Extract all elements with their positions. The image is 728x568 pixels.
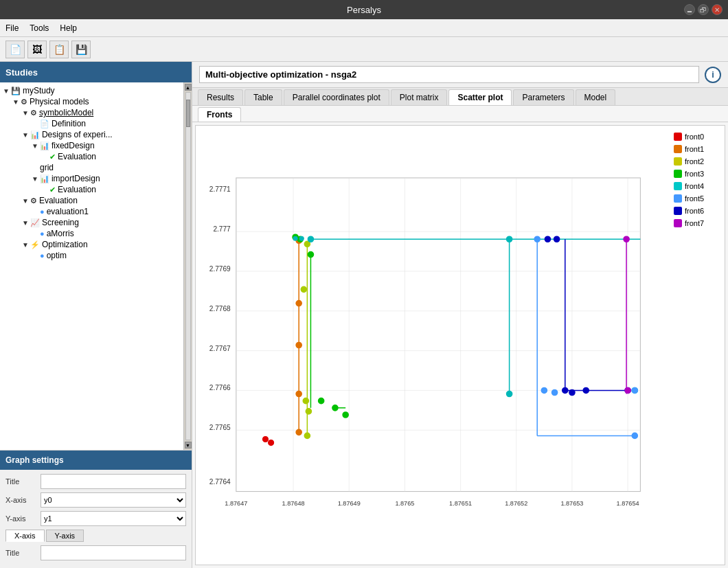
svg-text:1.87648: 1.87648 <box>282 500 305 507</box>
tree-icon-evaluation2: ✔ <box>49 185 56 194</box>
tree-item-symbolicModel[interactable]: ▼⚙symbolicModel <box>0 107 183 118</box>
svg-text:2.7765: 2.7765 <box>209 424 231 431</box>
legend-label-front3: front3 <box>685 170 704 178</box>
svg-point-60 <box>534 236 540 242</box>
expand-arrow-fixedDesign[interactable]: ▼ <box>32 142 38 150</box>
tree-item-fixedDesign[interactable]: ▼📊fixedDesign <box>0 140 183 151</box>
svg-text:2.7767: 2.7767 <box>209 345 231 352</box>
svg-text:1.87649: 1.87649 <box>338 500 361 507</box>
tree-item-myStudy[interactable]: ▼💾myStudy <box>0 85 183 96</box>
svg-text:2.7768: 2.7768 <box>209 305 231 313</box>
minimize-button[interactable]: 🗕 <box>684 4 695 15</box>
legend-item-front1: front1 <box>674 145 720 153</box>
legend-item-front3: front3 <box>674 170 720 178</box>
expand-arrow-optimization[interactable]: ▼ <box>22 241 29 249</box>
tree-item-evaluation2[interactable]: ✔Evaluation <box>0 184 183 195</box>
menu-tools[interactable]: Tools <box>30 23 49 33</box>
expand-arrow-evalSection[interactable]: ▼ <box>22 197 29 205</box>
tree-label-physicalModels: Physical models <box>30 97 89 106</box>
tab-table[interactable]: Table <box>244 89 282 105</box>
menu-file[interactable]: File <box>5 23 19 33</box>
xaxis-select[interactable]: y0 <box>41 492 186 508</box>
tab-model[interactable]: Model <box>576 89 616 105</box>
chart-container: 2.7771 2.777 2.7769 2.7768 2.7767 2.7766… <box>195 125 725 565</box>
maximize-button[interactable]: 🗗 <box>698 4 709 15</box>
toolbar-copy[interactable]: 📋 <box>49 41 69 58</box>
svg-point-48 <box>319 398 324 404</box>
tree-item-evalSection[interactable]: ▼⚙Evaluation <box>0 195 183 206</box>
tree-item-definition[interactable]: 📄Definition <box>0 118 183 129</box>
svg-point-69 <box>562 387 568 393</box>
tree-item-optim[interactable]: ●optim <box>0 250 183 261</box>
tree-icon-evaluation1: ● <box>40 207 45 216</box>
xaxis-tab[interactable]: X-axis <box>5 530 45 542</box>
chart-legend: front0front1front2front3front4front5fron… <box>670 126 725 565</box>
svg-point-75 <box>625 387 630 393</box>
scroll-track <box>185 92 191 440</box>
tab-parameters[interactable]: Parameters <box>513 89 573 105</box>
tab-plot-matrix[interactable]: Plot matrix <box>391 89 448 105</box>
tree-item-optimization[interactable]: ▼⚡Optimization <box>0 239 183 250</box>
close-button[interactable]: ✕ <box>712 4 723 15</box>
sidebar-scrollbar[interactable]: ▲ ▼ <box>183 82 192 450</box>
svg-point-34 <box>296 301 302 306</box>
svg-point-64 <box>632 433 637 438</box>
titlebar-controls: 🗕 🗗 ✕ <box>684 4 723 15</box>
expand-arrow-importDesign[interactable]: ▼ <box>32 175 38 183</box>
tree-icon-designsOfExperi: 📊 <box>30 130 40 139</box>
xaxis-label: X-axis <box>5 496 36 504</box>
toolbar-save[interactable]: 💾 <box>71 41 91 58</box>
yaxis-select[interactable]: y1 <box>41 511 186 526</box>
svg-point-63 <box>632 387 637 393</box>
form-title-input[interactable] <box>41 545 186 560</box>
legend-item-front4: front4 <box>674 182 720 190</box>
tree-item-evaluation1[interactable]: ●evaluation1 <box>0 206 183 217</box>
menu-help[interactable]: Help <box>60 23 77 33</box>
title-input[interactable] <box>41 474 186 489</box>
tree-label-designsOfExperi: Designs of experi... <box>42 130 113 139</box>
toolbar-open[interactable]: 🖼 <box>27 41 47 58</box>
expand-arrow-myStudy[interactable]: ▼ <box>3 87 10 95</box>
svg-point-68 <box>554 236 560 242</box>
expand-arrow-symbolicModel[interactable]: ▼ <box>22 109 29 117</box>
scroll-down-btn[interactable]: ▼ <box>185 442 192 448</box>
tree-item-designsOfExperi[interactable]: ▼📊Designs of experi... <box>0 129 183 140</box>
tree-label-importDesign: importDesign <box>52 174 100 183</box>
form-title-label: Title <box>5 549 36 557</box>
tree-item-grid[interactable]: grid <box>0 162 183 173</box>
svg-text:1.87654: 1.87654 <box>617 500 639 507</box>
graph-settings-panel: Graph settings Title X-axis y0 Y-axis y1 <box>0 450 192 568</box>
tab-scatter-plot[interactable]: Scatter plot <box>448 89 512 105</box>
expand-arrow-screening[interactable]: ▼ <box>22 219 29 227</box>
tree-label-optimization: Optimization <box>42 240 88 249</box>
expand-arrow-physicalModels[interactable]: ▼ <box>12 98 19 106</box>
tab-results[interactable]: Results <box>198 89 243 105</box>
svg-point-76 <box>293 236 297 240</box>
sidebar: Studies ▼💾myStudy▼⚙Physical models▼⚙symb… <box>0 62 192 568</box>
tree-item-screening[interactable]: ▼📈Screening <box>0 217 183 228</box>
tree-label-myStudy: myStudy <box>23 86 55 95</box>
legend-label-front1: front1 <box>685 145 704 153</box>
tree-item-physicalModels[interactable]: ▼⚙Physical models <box>0 96 183 107</box>
sidebar-header: Studies <box>0 62 192 82</box>
info-button[interactable]: i <box>705 67 721 83</box>
legend-label-front6: front6 <box>685 207 704 215</box>
tree-item-importDesign[interactable]: ▼📊importDesign <box>0 173 183 184</box>
tree-item-aMorris[interactable]: ●aMorris <box>0 228 183 239</box>
graph-settings-body: Title X-axis y0 Y-axis y1 X-axis <box>0 470 192 568</box>
legend-item-front6: front6 <box>674 207 720 215</box>
yaxis-label: Y-axis <box>5 514 36 523</box>
scroll-up-btn[interactable]: ▲ <box>185 84 192 91</box>
toolbar-new[interactable]: 📄 <box>5 41 25 58</box>
tree-item-evaluation[interactable]: ✔Evaluation <box>0 151 183 162</box>
expand-arrow-designsOfExperi[interactable]: ▼ <box>22 131 29 139</box>
yaxis-tab[interactable]: Y-axis <box>46 530 84 542</box>
svg-text:1.8765: 1.8765 <box>395 500 414 507</box>
subtab-fronts[interactable]: Fronts <box>198 107 241 122</box>
legend-item-front0: front0 <box>674 133 720 141</box>
svg-point-40 <box>301 286 306 292</box>
tree-icon-optim: ● <box>40 251 45 260</box>
tab-parallel-coordinates-plot[interactable]: Parallel coordinates plot <box>284 89 389 105</box>
svg-text:1.87647: 1.87647 <box>225 500 247 507</box>
legend-label-front7: front7 <box>685 219 704 227</box>
